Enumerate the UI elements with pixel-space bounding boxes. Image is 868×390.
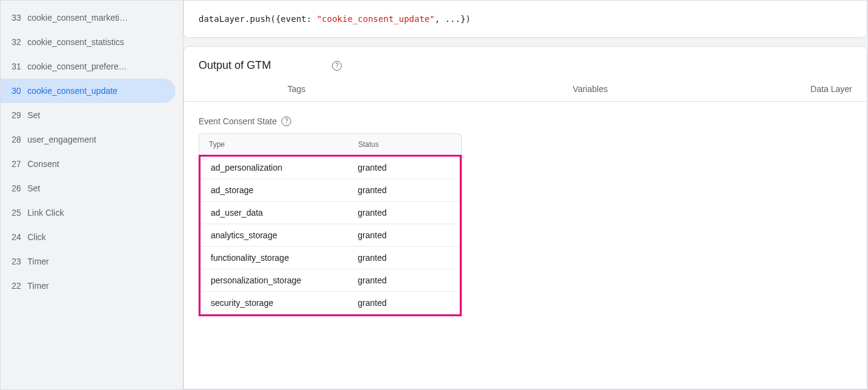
sidebar-item-event[interactable]: 26Set (1, 176, 175, 200)
cell-type: ad_user_data (211, 208, 358, 218)
event-label: cookie_consent_statistics (27, 37, 124, 47)
code-prefix: dataLayer.push({event: (199, 14, 317, 24)
event-label: cookie_consent_marketi… (27, 13, 128, 23)
sidebar-item-event[interactable]: 33cookie_consent_marketi… (1, 5, 175, 30)
event-label: Timer (27, 281, 49, 291)
event-label: cookie_consent_prefere… (27, 62, 127, 71)
cell-status: granted (358, 185, 450, 195)
consent-state-table: Type Status ad_personalizationgrantedad_… (199, 133, 462, 316)
event-number: 28 (12, 135, 27, 144)
help-icon[interactable]: ? (332, 61, 342, 71)
event-number: 32 (12, 37, 27, 47)
tab-data-layer[interactable]: Data Layer (786, 77, 852, 101)
sidebar-item-event[interactable]: 22Timer (1, 274, 175, 298)
output-title: Output of GTM (199, 59, 271, 72)
event-list-sidebar: 33cookie_consent_marketi…32cookie_consen… (1, 1, 183, 389)
table-row: security_storagegranted (201, 292, 459, 314)
event-label: Link Click (27, 208, 64, 218)
event-label: Consent (27, 159, 59, 169)
event-number: 29 (12, 110, 27, 120)
app-container: 33cookie_consent_marketi…32cookie_consen… (0, 0, 868, 390)
code-suffix: , ...}) (435, 14, 471, 24)
sidebar-item-event[interactable]: 28user_engagement (1, 127, 175, 152)
help-icon[interactable]: ? (281, 116, 291, 126)
cell-type: ad_storage (211, 185, 358, 195)
sidebar-item-event[interactable]: 29Set (1, 103, 175, 127)
sidebar-item-event[interactable]: 25Link Click (1, 200, 175, 225)
event-number: 25 (12, 208, 27, 218)
highlighted-table-body: ad_personalizationgrantedad_storagegrant… (199, 155, 462, 316)
output-tabs: TagsVariablesData Layer (184, 77, 867, 102)
cell-status: granted (358, 298, 450, 308)
sidebar-item-event[interactable]: 24Click (1, 225, 175, 249)
cell-status: granted (358, 253, 450, 263)
event-label: cookie_consent_update (27, 86, 118, 96)
event-number: 22 (12, 281, 27, 291)
event-number: 31 (12, 62, 27, 71)
sidebar-item-event[interactable]: 32cookie_consent_statistics (1, 30, 175, 54)
cell-status: granted (358, 208, 450, 218)
column-header-status: Status (358, 140, 451, 149)
main-panel: dataLayer.push({event: "cookie_consent_u… (183, 1, 867, 389)
table-row: personalization_storagegranted (201, 269, 459, 292)
cell-status: granted (358, 275, 450, 285)
output-content: Event Consent State ? Type Status ad_per… (184, 102, 867, 389)
event-number: 33 (12, 13, 27, 23)
cell-status: granted (358, 163, 450, 172)
cell-type: ad_personalization (211, 163, 358, 172)
event-label: Timer (27, 257, 49, 266)
event-number: 30 (12, 86, 27, 96)
code-string: "cookie_consent_update" (317, 14, 435, 24)
event-number: 26 (12, 183, 27, 193)
event-label: Set (27, 183, 40, 193)
event-label: Click (27, 232, 46, 242)
sidebar-item-event[interactable]: 23Timer (1, 249, 175, 274)
event-label: Set (27, 110, 40, 120)
table-row: ad_user_datagranted (201, 202, 459, 224)
cell-type: functionality_storage (211, 253, 358, 263)
sidebar-item-event[interactable]: 30cookie_consent_update (1, 79, 175, 103)
event-number: 24 (12, 232, 27, 242)
column-header-type: Type (209, 140, 358, 149)
consent-section-title: Event Consent State ? (199, 116, 852, 126)
tab-tags[interactable]: Tags (199, 77, 395, 101)
cell-status: granted (358, 230, 450, 240)
table-header-row: Type Status (199, 133, 462, 155)
table-row: ad_personalizationgranted (201, 157, 459, 179)
tab-variables[interactable]: Variables (395, 77, 786, 101)
output-header: Output of GTM ? (184, 47, 867, 77)
sidebar-item-event[interactable]: 31cookie_consent_prefere… (1, 54, 175, 79)
consent-section-label: Event Consent State (199, 116, 277, 126)
output-panel: Output of GTM ? TagsVariablesData Layer … (183, 46, 867, 389)
table-row: functionality_storagegranted (201, 247, 459, 269)
sidebar-item-event[interactable]: 27Consent (1, 152, 175, 176)
cell-type: security_storage (211, 298, 358, 308)
cell-type: personalization_storage (211, 275, 358, 285)
cell-type: analytics_storage (211, 230, 358, 240)
event-number: 27 (12, 159, 27, 169)
table-row: analytics_storagegranted (201, 224, 459, 247)
event-number: 23 (12, 257, 27, 266)
datalayer-code-snippet: dataLayer.push({event: "cookie_consent_u… (183, 1, 867, 38)
table-row: ad_storagegranted (201, 179, 459, 202)
event-label: user_engagement (27, 135, 96, 144)
